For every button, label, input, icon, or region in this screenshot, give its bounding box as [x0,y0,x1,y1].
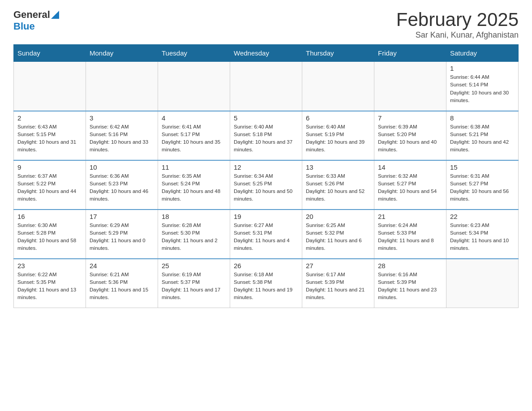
calendar-cell: 23Sunrise: 6:22 AM Sunset: 5:35 PM Dayli… [14,259,86,308]
weekday-header-tuesday: Tuesday [158,45,230,62]
calendar-cell: 8Sunrise: 6:38 AM Sunset: 5:21 PM Daylig… [446,111,519,160]
day-number: 14 [378,163,442,171]
calendar-cell [302,62,374,111]
logo-blue-text: Blue [13,21,35,32]
logo-general-text: General [13,9,50,21]
day-info: Sunrise: 6:40 AM Sunset: 5:18 PM Dayligh… [234,123,298,154]
day-info: Sunrise: 6:16 AM Sunset: 5:39 PM Dayligh… [378,271,442,302]
calendar-cell: 18Sunrise: 6:28 AM Sunset: 5:30 PM Dayli… [158,210,230,259]
calendar-cell: 9Sunrise: 6:37 AM Sunset: 5:22 PM Daylig… [14,160,86,210]
location-text: Sar Kani, Kunar, Afghanistan [396,30,519,40]
page-header: General Blue February 2025 Sar Kani, Kun… [13,9,519,40]
day-info: Sunrise: 6:43 AM Sunset: 5:15 PM Dayligh… [17,123,82,154]
calendar-cell: 13Sunrise: 6:33 AM Sunset: 5:26 PM Dayli… [302,160,374,210]
calendar-cell [14,62,86,111]
calendar-cell: 25Sunrise: 6:19 AM Sunset: 5:37 PM Dayli… [158,259,230,308]
day-info: Sunrise: 6:27 AM Sunset: 5:31 PM Dayligh… [234,222,298,253]
day-number: 21 [378,213,442,220]
logo: General Blue [13,9,59,32]
day-number: 6 [306,114,370,122]
weekday-header-thursday: Thursday [302,45,374,62]
calendar-cell: 19Sunrise: 6:27 AM Sunset: 5:31 PM Dayli… [230,210,302,259]
calendar-cell: 4Sunrise: 6:41 AM Sunset: 5:17 PM Daylig… [158,111,230,160]
weekday-header-friday: Friday [374,45,446,62]
day-info: Sunrise: 6:40 AM Sunset: 5:19 PM Dayligh… [306,123,370,154]
calendar-cell: 6Sunrise: 6:40 AM Sunset: 5:19 PM Daylig… [302,111,374,160]
day-number: 24 [90,262,154,270]
calendar-cell: 27Sunrise: 6:17 AM Sunset: 5:39 PM Dayli… [302,259,374,308]
day-number: 7 [378,114,442,122]
calendar-cell: 5Sunrise: 6:40 AM Sunset: 5:18 PM Daylig… [230,111,302,160]
day-number: 28 [378,262,442,270]
day-info: Sunrise: 6:23 AM Sunset: 5:34 PM Dayligh… [450,222,515,253]
calendar-cell: 1Sunrise: 6:44 AM Sunset: 5:14 PM Daylig… [446,62,519,111]
calendar-cell: 24Sunrise: 6:21 AM Sunset: 5:36 PM Dayli… [86,259,158,308]
day-number: 18 [162,213,226,220]
day-info: Sunrise: 6:25 AM Sunset: 5:32 PM Dayligh… [306,222,370,253]
day-number: 16 [17,213,82,220]
day-number: 22 [450,213,515,220]
day-number: 5 [234,114,298,122]
calendar-cell: 17Sunrise: 6:29 AM Sunset: 5:29 PM Dayli… [86,210,158,259]
calendar-cell: 14Sunrise: 6:32 AM Sunset: 5:27 PM Dayli… [374,160,446,210]
day-info: Sunrise: 6:28 AM Sunset: 5:30 PM Dayligh… [162,222,226,253]
calendar-cell: 22Sunrise: 6:23 AM Sunset: 5:34 PM Dayli… [446,210,519,259]
calendar-table: SundayMondayTuesdayWednesdayThursdayFrid… [13,44,519,308]
day-info: Sunrise: 6:29 AM Sunset: 5:29 PM Dayligh… [90,222,154,253]
logo-triangle-icon [51,11,59,19]
calendar-cell: 26Sunrise: 6:18 AM Sunset: 5:38 PM Dayli… [230,259,302,308]
day-info: Sunrise: 6:34 AM Sunset: 5:25 PM Dayligh… [234,172,298,203]
day-number: 27 [306,262,370,270]
day-info: Sunrise: 6:30 AM Sunset: 5:28 PM Dayligh… [17,222,82,253]
calendar-cell: 12Sunrise: 6:34 AM Sunset: 5:25 PM Dayli… [230,160,302,210]
calendar-cell: 28Sunrise: 6:16 AM Sunset: 5:39 PM Dayli… [374,259,446,308]
day-info: Sunrise: 6:18 AM Sunset: 5:38 PM Dayligh… [234,271,298,302]
day-info: Sunrise: 6:37 AM Sunset: 5:22 PM Dayligh… [17,172,82,203]
calendar-cell [86,62,158,111]
title-section: February 2025 Sar Kani, Kunar, Afghanist… [396,9,519,40]
day-info: Sunrise: 6:21 AM Sunset: 5:36 PM Dayligh… [90,271,154,302]
day-info: Sunrise: 6:31 AM Sunset: 5:27 PM Dayligh… [450,172,515,203]
weekday-header-row: SundayMondayTuesdayWednesdayThursdayFrid… [14,45,519,62]
day-number: 2 [17,114,82,122]
calendar-week-row: 2Sunrise: 6:43 AM Sunset: 5:15 PM Daylig… [14,111,519,160]
day-number: 26 [234,262,298,270]
calendar-week-row: 1Sunrise: 6:44 AM Sunset: 5:14 PM Daylig… [14,62,519,111]
calendar-cell: 20Sunrise: 6:25 AM Sunset: 5:32 PM Dayli… [302,210,374,259]
calendar-cell [230,62,302,111]
calendar-cell: 11Sunrise: 6:35 AM Sunset: 5:24 PM Dayli… [158,160,230,210]
day-number: 25 [162,262,226,270]
day-number: 17 [90,213,154,220]
day-info: Sunrise: 6:17 AM Sunset: 5:39 PM Dayligh… [306,271,370,302]
day-info: Sunrise: 6:35 AM Sunset: 5:24 PM Dayligh… [162,172,226,203]
day-number: 3 [90,114,154,122]
day-number: 10 [90,163,154,171]
calendar-cell: 2Sunrise: 6:43 AM Sunset: 5:15 PM Daylig… [14,111,86,160]
calendar-cell [374,62,446,111]
day-number: 8 [450,114,515,122]
calendar-cell [446,259,519,308]
weekday-header-monday: Monday [86,45,158,62]
day-info: Sunrise: 6:24 AM Sunset: 5:33 PM Dayligh… [378,222,442,253]
day-info: Sunrise: 6:38 AM Sunset: 5:21 PM Dayligh… [450,123,515,154]
day-number: 12 [234,163,298,171]
day-number: 1 [450,64,515,72]
calendar-cell: 15Sunrise: 6:31 AM Sunset: 5:27 PM Dayli… [446,160,519,210]
day-number: 11 [162,163,226,171]
day-number: 4 [162,114,226,122]
day-info: Sunrise: 6:44 AM Sunset: 5:14 PM Dayligh… [450,73,515,104]
day-info: Sunrise: 6:39 AM Sunset: 5:20 PM Dayligh… [378,123,442,154]
day-info: Sunrise: 6:42 AM Sunset: 5:16 PM Dayligh… [90,123,154,154]
day-info: Sunrise: 6:41 AM Sunset: 5:17 PM Dayligh… [162,123,226,154]
calendar-cell: 10Sunrise: 6:36 AM Sunset: 5:23 PM Dayli… [86,160,158,210]
calendar-week-row: 16Sunrise: 6:30 AM Sunset: 5:28 PM Dayli… [14,210,519,259]
day-info: Sunrise: 6:22 AM Sunset: 5:35 PM Dayligh… [17,271,82,302]
day-info: Sunrise: 6:32 AM Sunset: 5:27 PM Dayligh… [378,172,442,203]
day-number: 9 [17,163,82,171]
calendar-cell: 7Sunrise: 6:39 AM Sunset: 5:20 PM Daylig… [374,111,446,160]
day-number: 20 [306,213,370,220]
day-number: 19 [234,213,298,220]
weekday-header-sunday: Sunday [14,45,86,62]
svg-marker-0 [51,11,59,19]
calendar-cell: 16Sunrise: 6:30 AM Sunset: 5:28 PM Dayli… [14,210,86,259]
